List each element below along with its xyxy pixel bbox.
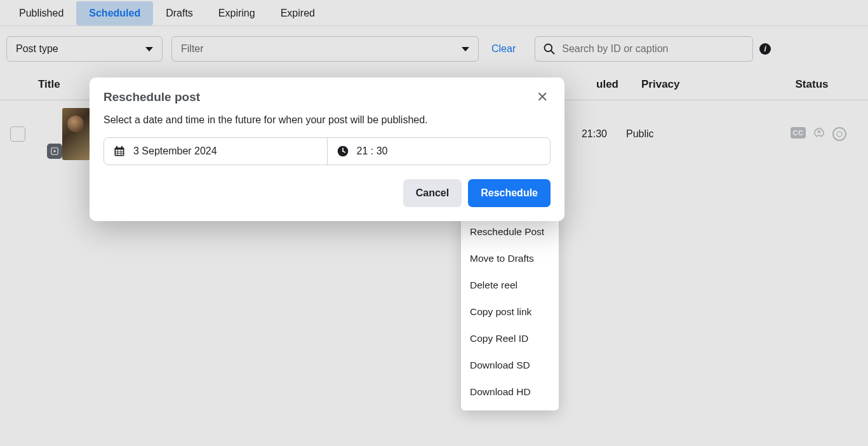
- menu-reschedule-post[interactable]: Reschedule Post: [461, 219, 559, 245]
- modal-title: Reschedule post: [103, 90, 200, 104]
- modal-header: Reschedule post ✕: [103, 89, 551, 105]
- context-menu: Reschedule Post Move to Drafts Delete re…: [461, 213, 559, 410]
- menu-copy-reel-id[interactable]: Copy Reel ID: [461, 325, 559, 352]
- date-value: 3 September 2024: [133, 145, 217, 157]
- modal-actions: Cancel Reschedule: [103, 179, 551, 207]
- time-value: 21 : 30: [357, 145, 388, 157]
- modal-backdrop[interactable]: [0, 0, 868, 446]
- cancel-button[interactable]: Cancel: [403, 179, 462, 207]
- clock-icon: [337, 145, 349, 158]
- datetime-row: 3 September 2024 21 : 30: [103, 137, 551, 165]
- calendar-icon: [113, 145, 126, 158]
- menu-move-to-drafts[interactable]: Move to Drafts: [461, 245, 559, 272]
- reschedule-modal: Reschedule post ✕ Select a date and time…: [90, 78, 564, 221]
- menu-download-hd[interactable]: Download HD: [461, 379, 559, 405]
- svg-rect-10: [121, 146, 123, 149]
- menu-download-sd[interactable]: Download SD: [461, 352, 559, 379]
- time-field[interactable]: 21 : 30: [328, 138, 551, 165]
- modal-description: Select a date and time in the future for…: [103, 114, 551, 126]
- close-icon[interactable]: ✕: [534, 89, 551, 105]
- svg-rect-9: [116, 146, 117, 149]
- svg-rect-8: [116, 150, 123, 155]
- date-field[interactable]: 3 September 2024: [104, 138, 328, 165]
- menu-delete-reel[interactable]: Delete reel: [461, 272, 559, 299]
- reschedule-button[interactable]: Reschedule: [468, 179, 551, 207]
- menu-copy-post-link[interactable]: Copy post link: [461, 299, 559, 325]
